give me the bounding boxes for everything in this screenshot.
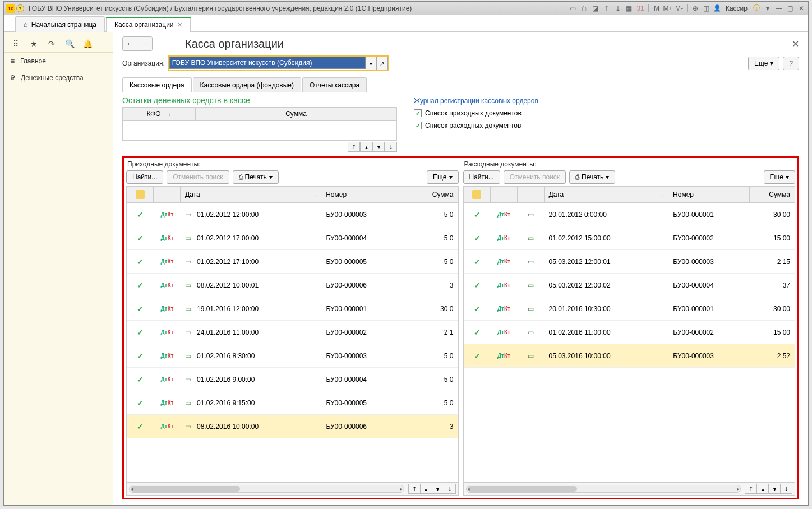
- bal-nav-down[interactable]: ▾: [372, 142, 385, 152]
- tb-folder-icon[interactable]: ▭: [569, 4, 578, 13]
- expense-col-date[interactable]: Дата↓: [545, 187, 669, 202]
- income-col-sum[interactable]: Сумма: [413, 187, 458, 202]
- tab-kassa[interactable]: Касса организации ✕: [106, 17, 191, 32]
- itab-fund-orders[interactable]: Кассовые ордера (фондовые): [193, 77, 301, 92]
- sidebar-item-cash[interactable]: ₽ Денежные средства: [4, 70, 113, 86]
- tb-zoom-icon[interactable]: ⊕: [691, 4, 700, 13]
- table-row[interactable]: ✓ДтКт▭08.02.2012 10:00:01БУ00-0000063: [127, 274, 458, 297]
- journal-link[interactable]: Журнал регистрации кассовых ордеров: [414, 97, 538, 105]
- table-row[interactable]: ✓ДтКт▭01.02.2016 8:30:00БУ00-0000035 0: [127, 344, 458, 368]
- org-open-icon[interactable]: ↗: [377, 57, 388, 70]
- chk-expense[interactable]: [414, 122, 422, 129]
- table-row[interactable]: ✓ДтКт▭05.03.2012 12:00:02БУ00-00000437: [464, 274, 795, 297]
- expense-hscroll[interactable]: ◂▸: [466, 485, 741, 493]
- history-icon[interactable]: ↷: [47, 39, 57, 49]
- titlebar: 1c ▾ ГОБУ ВПО Университет искусств (Субс…: [4, 2, 808, 15]
- table-row[interactable]: ✓ДтКт▭19.01.2016 12:00:00БУ00-00000130 0: [127, 297, 458, 321]
- doc-icon: ▭: [185, 305, 191, 313]
- table-row[interactable]: ✓ДтКт▭08.02.2016 10:00:00БУ00-0000063: [127, 415, 458, 438]
- dtkt-icon: ДтКт: [491, 350, 518, 361]
- table-row[interactable]: ✓ДтКт▭01.02.2016 9:00:00БУ00-0000045 0: [127, 368, 458, 391]
- table-row[interactable]: ✓ДтКт▭24.01.2016 11:00:00БУ00-0000022 1: [127, 321, 458, 344]
- org-dropdown-icon[interactable]: ▾: [366, 57, 377, 70]
- tb-mplus-icon[interactable]: M+: [663, 4, 672, 13]
- minimize-icon[interactable]: —: [774, 4, 783, 13]
- page-title: Касса организации: [185, 38, 284, 50]
- tb-print-icon[interactable]: ⎙: [580, 4, 589, 13]
- maximize-icon[interactable]: ▢: [786, 4, 795, 13]
- search-icon[interactable]: 🔍: [64, 39, 75, 49]
- tb-compare-icon[interactable]: ◪: [591, 4, 600, 13]
- star-icon[interactable]: ★: [29, 39, 39, 49]
- doc-icon: ▭: [518, 256, 545, 268]
- income-col-date[interactable]: Дата↓: [181, 187, 321, 202]
- table-row[interactable]: ✓ДтКт▭01.02.2016 9:15:00БУ00-0000055 0: [127, 391, 458, 415]
- tb-info-dd[interactable]: ▾: [763, 4, 772, 13]
- tab-home[interactable]: ⌂ Начальная страница: [15, 16, 105, 32]
- bal-nav-up[interactable]: ▴: [360, 142, 372, 152]
- close-window-icon[interactable]: ✕: [797, 4, 806, 13]
- table-row[interactable]: ✓ДтКт▭01.02.2012 12:00:00БУ00-0000035 0: [127, 203, 458, 226]
- expense-col-sum[interactable]: Сумма: [750, 187, 795, 202]
- tb-m-icon[interactable]: M: [652, 4, 661, 13]
- tb-calc-icon[interactable]: ▦: [625, 4, 634, 13]
- income-nav-last[interactable]: ⤓: [444, 484, 456, 494]
- table-row[interactable]: ✓ДтКт▭01.02.2012 15:00:00БУ00-00000215 0…: [464, 226, 795, 250]
- income-nav-first[interactable]: ⤒: [408, 484, 421, 494]
- table-row[interactable]: ✓ДтКт▭01.02.2012 17:00:00БУ00-0000045 0: [127, 226, 458, 250]
- tb-panels-icon[interactable]: ◫: [702, 4, 711, 13]
- titlebar-dropdown[interactable]: ▾: [16, 4, 24, 12]
- tb-info-icon[interactable]: ⓘ: [752, 4, 761, 13]
- back-button[interactable]: ←: [123, 37, 137, 50]
- apps-icon[interactable]: ⠿: [11, 39, 21, 49]
- expense-more-button[interactable]: Еще ▾: [764, 170, 795, 184]
- expense-print-button[interactable]: ⎙ Печать ▾: [569, 170, 615, 184]
- bal-nav-first[interactable]: ⤒: [348, 142, 360, 152]
- help-button[interactable]: ?: [783, 57, 799, 70]
- income-more-button[interactable]: Еще ▾: [427, 170, 458, 184]
- income-col-status[interactable]: [127, 187, 154, 202]
- tb-download-icon[interactable]: ⤓: [613, 4, 622, 13]
- row-date: 20.01.2012 0:00:00: [545, 209, 669, 221]
- row-sum: 2 1: [413, 326, 458, 339]
- income-find-button[interactable]: Найти...: [126, 170, 163, 184]
- expense-col-dk[interactable]: [491, 187, 518, 202]
- row-date: ▭01.02.2016 9:15:00: [181, 397, 321, 409]
- expense-find-button[interactable]: Найти...: [463, 170, 500, 184]
- chk-income[interactable]: [414, 109, 422, 117]
- bal-col-kfo[interactable]: КФО↓: [123, 108, 196, 120]
- income-nav-up[interactable]: ▴: [420, 484, 432, 494]
- sidebar-item-main[interactable]: ≡ Главное: [4, 53, 113, 70]
- income-nav-down[interactable]: ▾: [432, 484, 444, 494]
- itab-orders[interactable]: Кассовые ордера: [122, 77, 192, 92]
- table-row[interactable]: ✓ДтКт▭20.01.2012 0:00:00БУ00-00000130 00: [464, 203, 795, 226]
- table-row[interactable]: ✓ДтКт▭05.03.2016 10:00:00БУ00-0000032 52: [464, 344, 795, 368]
- table-row[interactable]: ✓ДтКт▭20.01.2016 10:30:00БУ00-00000130 0…: [464, 297, 795, 321]
- income-col-dk[interactable]: [154, 187, 181, 202]
- close-page-icon[interactable]: ✕: [792, 39, 799, 49]
- income-print-button[interactable]: ⎙ Печать ▾: [233, 170, 279, 184]
- bal-nav-last[interactable]: ⤓: [385, 142, 397, 152]
- itab-reports[interactable]: Отчеты кассира: [302, 77, 367, 92]
- income-hscroll[interactable]: ◂▸: [129, 485, 404, 493]
- table-row[interactable]: ✓ДтКт▭01.02.2012 17:10:00БУ00-0000055 0: [127, 250, 458, 274]
- org-input[interactable]: [169, 57, 366, 69]
- expense-col-ic[interactable]: [518, 187, 545, 202]
- expense-col-num[interactable]: Номер: [668, 187, 750, 202]
- tb-mminus-icon[interactable]: M-: [675, 4, 684, 13]
- more-button-top[interactable]: Еще ▾: [748, 57, 779, 70]
- expense-col-status[interactable]: [464, 187, 491, 202]
- tb-calendar-icon[interactable]: 31: [636, 4, 645, 13]
- table-row[interactable]: ✓ДтКт▭01.02.2016 11:00:00БУ00-00000215 0…: [464, 321, 795, 344]
- bal-col-sum[interactable]: Сумма: [196, 108, 396, 120]
- tab-close-icon[interactable]: ✕: [177, 21, 182, 29]
- expense-nav-up[interactable]: ▴: [756, 484, 769, 494]
- expense-nav-last[interactable]: ⤓: [780, 484, 792, 494]
- bell-icon[interactable]: 🔔: [82, 39, 93, 49]
- table-row[interactable]: ✓ДтКт▭05.03.2012 12:00:01БУ00-0000032 15: [464, 250, 795, 274]
- tb-upload-icon[interactable]: ⤒: [602, 4, 611, 13]
- income-col-num[interactable]: Номер: [321, 187, 413, 202]
- expense-nav-first[interactable]: ⤒: [745, 484, 757, 494]
- user-label[interactable]: Кассир: [726, 4, 748, 12]
- expense-nav-down[interactable]: ▾: [768, 484, 781, 494]
